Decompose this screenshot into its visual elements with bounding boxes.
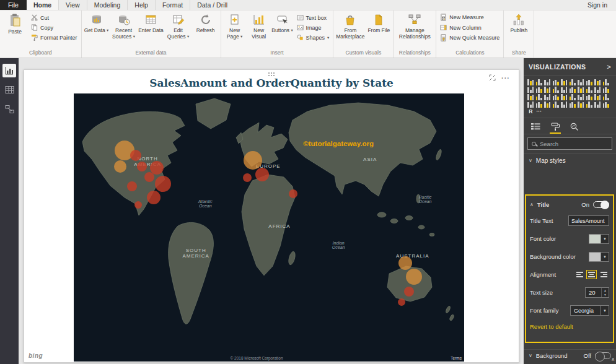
viz-icon-word-cloud[interactable] (577, 101, 585, 108)
new-column-button[interactable]: New Column (440, 24, 499, 31)
map-bubble[interactable] (243, 173, 252, 182)
font-family-dropdown[interactable]: Georgia ▼ (570, 305, 609, 316)
viz-icon-waterfall[interactable] (543, 86, 552, 93)
viz-icon-treemap[interactable] (577, 86, 585, 93)
viz-icon-scatter[interactable] (552, 86, 560, 93)
cut-button[interactable]: Cut (31, 14, 77, 21)
new-page-button[interactable]: New Page ▾ (222, 11, 247, 41)
viz-icon-map[interactable] (586, 86, 594, 93)
align-right-button[interactable] (599, 270, 609, 279)
format-painter-button[interactable]: Format Painter (31, 34, 77, 41)
map-visual[interactable]: ©tutorialgateway.org © 2018 Microsoft Co… (74, 93, 464, 362)
from-file-button[interactable]: From File (366, 11, 392, 35)
tab-modeling[interactable]: Modeling (87, 0, 128, 10)
viz-icon-pie[interactable] (560, 86, 568, 93)
viz-icon-shape-map[interactable] (602, 86, 610, 93)
viz-icon-100-stacked-bar[interactable] (560, 79, 568, 85)
map-bubble[interactable] (114, 160, 126, 173)
report-page[interactable]: ··· SalesAmount and OrderQuantity by Sta… (24, 69, 519, 363)
scroll-up-icon[interactable]: ∧ (611, 357, 615, 362)
viz-icon-infographic[interactable] (569, 101, 577, 108)
data-view-button[interactable] (2, 83, 16, 97)
title-text-input[interactable] (568, 215, 609, 226)
background-section[interactable]: ∨ Background Off (524, 349, 616, 362)
tab-data-drill[interactable]: Data / Drill (190, 0, 234, 10)
viz-icon-timeline[interactable] (602, 101, 610, 108)
viz-icon-table[interactable] (577, 93, 585, 100)
map-bubble[interactable] (130, 150, 141, 161)
align-left-button[interactable] (574, 270, 584, 279)
map-bubble[interactable] (406, 269, 422, 285)
align-center-button[interactable] (586, 270, 597, 279)
viz-icon-power-apps[interactable] (552, 101, 560, 108)
from-marketplace-button[interactable]: From Marketplace (335, 11, 366, 41)
viz-icon-bullet-chart[interactable] (586, 101, 594, 108)
map-bubble[interactable] (404, 287, 414, 297)
viz-icon-card[interactable] (543, 93, 552, 100)
title-section-header[interactable]: ∧ Title On (530, 197, 609, 212)
collapse-panel-icon[interactable]: > (607, 63, 611, 71)
image-button[interactable]: Image (297, 24, 330, 31)
viz-icon-area[interactable] (586, 79, 594, 85)
new-visual-button[interactable]: New Visual (247, 11, 271, 41)
search-input[interactable] (540, 141, 608, 147)
map-bubble[interactable] (289, 189, 297, 198)
viz-icon-multi-row-card[interactable] (552, 93, 560, 100)
visual-grip-icon[interactable] (268, 72, 275, 76)
revert-to-default-link[interactable]: Revert to default (530, 323, 573, 330)
report-view-button[interactable] (2, 64, 16, 77)
font-color-dropdown[interactable]: ▼ (589, 234, 609, 244)
viz-icon-python-visual[interactable] (594, 93, 602, 100)
viz-icon-gauge[interactable] (535, 93, 543, 100)
shapes-button[interactable]: Shapes ▾ (297, 34, 330, 41)
publish-button[interactable]: Publish (505, 11, 532, 35)
new-quick-measure-button[interactable]: New Quick Measure (440, 34, 499, 41)
tab-home[interactable]: Home (27, 0, 58, 10)
tab-fields-pane[interactable] (531, 123, 540, 131)
viz-icon-100-stacked-column[interactable] (569, 79, 577, 85)
viz-icon-more[interactable]: ··· (535, 108, 543, 115)
tab-help[interactable]: Help (127, 0, 155, 10)
paste-button[interactable]: Paste (1, 11, 29, 37)
search-box[interactable] (527, 137, 612, 150)
viz-icon-stacked-area[interactable] (594, 79, 602, 85)
viz-icon-arcgis-map[interactable] (535, 101, 543, 108)
tab-format-pane[interactable] (550, 123, 561, 134)
map-bubble[interactable] (137, 162, 147, 171)
viz-icon-stacked-column[interactable] (535, 79, 543, 85)
manage-relationships-button[interactable]: Manage Relationships (395, 11, 434, 41)
tab-view[interactable]: View (58, 0, 87, 10)
viz-icon-qna[interactable] (527, 101, 535, 108)
recent-sources-button[interactable]: Recent Sources ▾ (110, 11, 138, 41)
viz-icon-matrix[interactable] (586, 93, 594, 100)
map-bubble[interactable] (398, 256, 412, 270)
viz-icon-key-influencers[interactable] (602, 93, 610, 100)
tab-file[interactable]: File (0, 0, 27, 10)
viz-icon-stacked-bar[interactable] (527, 79, 535, 85)
viz-icon-clustered-column[interactable] (552, 79, 560, 85)
viz-icon-funnel[interactable] (527, 93, 535, 100)
map-bubble[interactable] (398, 298, 405, 306)
map-bubble[interactable] (127, 181, 137, 191)
viz-icon-esri-map[interactable] (560, 101, 568, 108)
spinner-up-icon[interactable]: ▲ (602, 288, 609, 293)
tab-analytics-pane[interactable] (570, 123, 579, 131)
spinner-down-icon[interactable]: ▼ (602, 293, 609, 298)
viz-icon-line-clustered-combo[interactable] (527, 86, 535, 93)
get-data-button[interactable]: Get Data ▾ (83, 11, 110, 35)
tab-format[interactable]: Format (155, 0, 190, 10)
background-color-dropdown[interactable]: ▼ (589, 252, 609, 262)
sign-in-button[interactable]: Sign in (579, 0, 616, 10)
viz-icon-donut[interactable] (569, 86, 577, 93)
viz-icon-filled-map[interactable] (594, 86, 602, 93)
text-box-button[interactable]: Text box (297, 14, 330, 21)
map-bubble[interactable] (255, 168, 269, 181)
new-measure-button[interactable]: New Measure (440, 14, 499, 21)
map-bubble[interactable] (134, 201, 142, 209)
map-styles-section[interactable]: ∨ Map styles (524, 155, 616, 166)
viz-icon-chiclet-slicer[interactable] (594, 101, 602, 108)
map-bubble[interactable] (147, 191, 161, 204)
background-toggle[interactable] (595, 352, 611, 359)
viz-icon-clustered-bar[interactable] (543, 79, 552, 85)
viz-icon-line-stacked-combo[interactable] (602, 79, 610, 85)
